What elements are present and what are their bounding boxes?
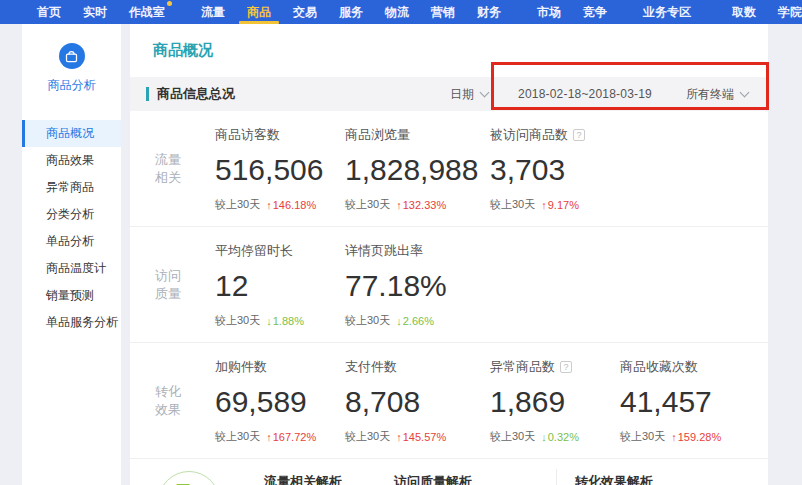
metric-product-visitors: 商品访客数 516,506 较上30天146.18% <box>215 126 345 212</box>
metric-label: 商品访客数 <box>215 126 280 144</box>
nav-item-academy[interactable]: 学院 <box>767 0 802 24</box>
date-range-picker[interactable]: 2018-02-18~2018-03-19 <box>518 87 652 101</box>
group-label-traffic: 流量相关 <box>130 151 181 187</box>
metrics-row-traffic: 流量相关 商品访客数 516,506 较上30天146.18% 商品浏览量 1,… <box>130 111 768 227</box>
notification-dot <box>167 1 172 6</box>
compare-label: 较上30天 <box>620 429 665 444</box>
delta-value: 167.72% <box>266 431 316 443</box>
nav-item-finance[interactable]: 财务 <box>466 0 512 24</box>
terminal-label: 所有终端 <box>686 87 734 101</box>
chevron-down-icon <box>740 87 750 97</box>
filter-controls: 日期 2018-02-18~2018-03-19 所有终端 <box>450 86 748 103</box>
page-header: 商品概况 <box>130 24 768 77</box>
metric-value: 69,589 <box>215 385 345 419</box>
delta-value: 132.33% <box>396 199 446 211</box>
metric-detail-bounce-rate: 详情页跳出率 77.18% 较上30天2.66% <box>345 242 490 328</box>
nav-item-market[interactable]: 市场 <box>526 0 572 24</box>
nav-item-service[interactable]: 服务 <box>328 0 374 24</box>
compare-label: 较上30天 <box>490 429 535 444</box>
delta-value: 0.32% <box>541 431 579 443</box>
metric-label: 支付件数 <box>345 358 397 376</box>
nav-item-logistics[interactable]: 物流 <box>374 0 420 24</box>
metric-product-favorites: 商品收藏次数 41,457 较上30天159.28% <box>620 358 768 444</box>
group-label-visit-quality: 访问质量 <box>130 267 181 303</box>
compare-label: 较上30天 <box>215 197 260 212</box>
metric-value: 516,506 <box>215 153 345 187</box>
section-title: 商品信息总况 <box>157 85 235 103</box>
nav-item-business-zone[interactable]: 业务专区 <box>632 0 702 24</box>
chevron-down-icon <box>480 87 490 97</box>
nav-item-data-extract[interactable]: 取数 <box>721 0 767 24</box>
sidebar-menu: 商品概况 商品效果 异常商品 分类分析 单品分析 商品温度计 销量预测 单品服务… <box>22 120 121 336</box>
compare-label: 较上30天 <box>345 197 390 212</box>
sidebar-item-abnormal-products[interactable]: 异常商品 <box>22 174 121 201</box>
seven-day-badge: 7天 数据解读 <box>158 471 220 485</box>
group-label-conversion: 转化效果 <box>130 383 181 419</box>
nav-item-marketing[interactable]: 营销 <box>420 0 466 24</box>
metric-paid-items: 支付件数 8,708 较上30天145.57% <box>345 358 490 444</box>
insight-conversion: 转化效果解析 加购转化率表现还不错，但支付转化率低于同行平均，赶快到异常商品并结… <box>556 469 752 485</box>
terminal-dropdown[interactable]: 所有终端 <box>686 86 748 103</box>
sidebar-item-single-product-service[interactable]: 单品服务分析 <box>22 309 121 336</box>
metric-label: 异常商品数 <box>490 358 555 376</box>
nav-item-traffic[interactable]: 流量 <box>190 0 236 24</box>
nav-item-competition[interactable]: 竞争 <box>572 0 618 24</box>
sidebar: 商品分析 商品概况 商品效果 异常商品 分类分析 单品分析 商品温度计 销量预测… <box>22 24 121 485</box>
delta-value: 1.88% <box>266 315 304 327</box>
sidebar-item-single-product-analysis[interactable]: 单品分析 <box>22 228 121 255</box>
sidebar-group-product-analysis[interactable]: 商品分析 <box>22 24 121 94</box>
nav-item-home[interactable]: 首页 <box>26 0 72 24</box>
metric-abnormal-products: 异常商品数? 1,869 较上30天0.32% <box>490 358 620 444</box>
metric-value: 1,869 <box>490 385 620 419</box>
metrics-panel: 流量相关 商品访客数 516,506 较上30天146.18% 商品浏览量 1,… <box>130 111 768 459</box>
delta-value: 159.28% <box>671 431 721 443</box>
sidebar-item-product-overview[interactable]: 商品概况 <box>22 120 121 147</box>
metric-label: 被访问商品数 <box>490 126 568 144</box>
insight-traffic: 流量相关解析 <box>248 469 376 485</box>
metric-value: 1,828,988 <box>345 153 490 187</box>
nav-item-product[interactable]: 商品 <box>236 0 282 24</box>
nav-item-realtime[interactable]: 实时 <box>72 0 118 24</box>
metric-label: 详情页跳出率 <box>345 242 423 260</box>
metric-value: 41,457 <box>620 385 768 419</box>
nav-item-war-room[interactable]: 作战室 <box>118 0 176 24</box>
metric-visited-products: 被访问商品数? 3,703 较上30天9.17% <box>490 126 620 212</box>
help-icon[interactable]: ? <box>573 129 585 141</box>
sidebar-item-product-effect[interactable]: 商品效果 <box>22 147 121 174</box>
compare-label: 较上30天 <box>215 429 260 444</box>
metric-value: 8,708 <box>345 385 490 419</box>
date-type-dropdown[interactable]: 日期 <box>450 86 488 103</box>
nav-item-label: 作战室 <box>129 5 165 19</box>
delta-value: 2.66% <box>396 315 434 327</box>
app: 首页 实时 作战室 流量 商品 交易 服务 物流 营销 财务 市场 竞争 业务专… <box>0 0 802 485</box>
metric-avg-stay-duration: 平均停留时长 12 较上30天1.88% <box>215 242 345 328</box>
metric-label: 商品浏览量 <box>345 126 410 144</box>
metric-label: 加购件数 <box>215 358 267 376</box>
section-accent-bar <box>146 87 149 101</box>
insight-title: 访问质量解析 <box>394 473 538 485</box>
metric-add-to-cart: 加购件数 69,589 较上30天167.72% <box>215 358 345 444</box>
sidebar-item-product-thermometer[interactable]: 商品温度计 <box>22 255 121 282</box>
insight-visit-quality: 访问质量解析 虽然商品详情页日均跳出率比同行平均好，但平均停留时间低于同行平均，… <box>376 469 556 485</box>
insight-title: 转化效果解析 <box>575 473 734 485</box>
metric-product-pageviews: 商品浏览量 1,828,988 较上30天132.33% <box>345 126 490 212</box>
delta-value: 146.18% <box>266 199 316 211</box>
sidebar-item-category-analysis[interactable]: 分类分析 <box>22 201 121 228</box>
nav-item-trade[interactable]: 交易 <box>282 0 328 24</box>
help-icon[interactable]: ? <box>560 361 572 373</box>
main-content: 商品概况 商品信息总况 日期 2018-02-18~2018-03-19 所有终… <box>130 24 768 485</box>
top-nav: 首页 实时 作战室 流量 商品 交易 服务 物流 营销 财务 市场 竞争 业务专… <box>0 0 802 24</box>
sidebar-item-sales-forecast[interactable]: 销量预测 <box>22 282 121 309</box>
section-header: 商品信息总况 日期 2018-02-18~2018-03-19 所有终端 <box>130 77 768 111</box>
insights-panel: 7天 数据解读 流量相关解析 访问质量解析 虽然商品详情页日均跳出率比同行平均好… <box>130 459 768 485</box>
compare-label: 较上30天 <box>215 313 260 328</box>
compare-label: 较上30天 <box>490 197 535 212</box>
shopping-bag-icon <box>59 43 85 69</box>
sidebar-group-label: 商品分析 <box>22 77 121 94</box>
metrics-row-conversion: 转化效果 加购件数 69,589 较上30天167.72% 支付件数 8,708… <box>130 343 768 459</box>
page-title: 商品概况 <box>153 41 213 60</box>
metric-label: 平均停留时长 <box>215 242 293 260</box>
insight-title: 流量相关解析 <box>264 473 358 485</box>
metric-label: 商品收藏次数 <box>620 358 698 376</box>
badge-number: 7 <box>175 478 191 485</box>
